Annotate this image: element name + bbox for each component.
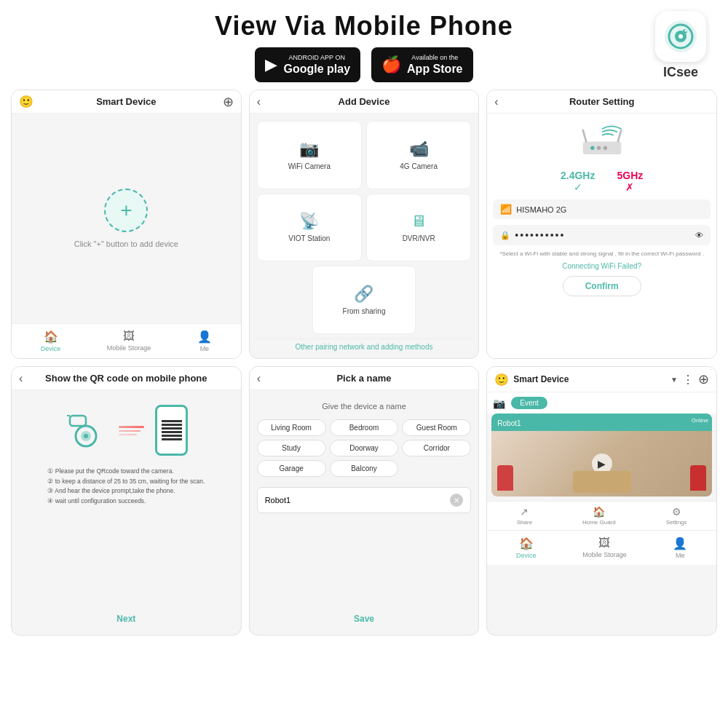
tab-mobile-storage-p6[interactable]: 🖼 Mobile Storage (582, 537, 627, 559)
qr-hint-1: Please put the QRcode toward the camera. (47, 467, 205, 477)
settings-label: Settings (666, 519, 687, 526)
back-icon-p5[interactable]: ‹ (257, 372, 261, 385)
add-device-button[interactable]: + (104, 189, 148, 232)
router-svg (577, 123, 628, 159)
smiley-icon-p6: 🙂 (494, 373, 509, 387)
google-play-text: ANDROID APP ON Google play (283, 54, 350, 76)
qr-illustration (64, 405, 188, 456)
name-guest-room[interactable]: Guest Room (402, 419, 471, 436)
lock-icon: 🔒 (500, 231, 510, 240)
device-type-grid: 📷 WiFi Camera 📹 4G Camera 📡 VIOT Station… (257, 121, 472, 334)
name-corridor[interactable]: Corridor (402, 440, 471, 456)
add-device-icon[interactable]: ⊕ (223, 94, 234, 110)
home-guard-icon: 🏠 (593, 506, 605, 518)
icsee-label: ICsee (655, 65, 706, 80)
panel-pick-name: ‹ Pick a name Give the device a name Liv… (249, 366, 480, 636)
svg-line-10 (582, 130, 585, 142)
icsee-logo: ICsee (655, 11, 706, 80)
panel1-header: 🙂 Smart Device ⊕ (12, 90, 241, 114)
tab-device-p6[interactable]: 🏠 Device (516, 537, 537, 559)
panel2-header: ‹ Add Device (250, 90, 479, 114)
tab-storage-label: Mobile Storage (107, 344, 151, 352)
apple-icon: 🍎 (381, 55, 401, 74)
sharing-label: From sharing (343, 307, 386, 315)
furniture-decoration (573, 471, 631, 493)
confirm-button[interactable]: Confirm (563, 276, 641, 296)
tab-device[interactable]: 🏠 Device (41, 330, 61, 352)
chair-right-decoration (690, 465, 706, 491)
name-doorway[interactable]: Doorway (330, 440, 399, 456)
more-options-icon[interactable]: ⋮ (682, 373, 694, 387)
online-status-badge: Online (688, 416, 712, 424)
device-name-label: Robot1 (497, 419, 521, 427)
svg-point-14 (84, 434, 88, 438)
event-tab-row: 📷 Event (487, 392, 716, 414)
page: View Via Mobile Phone ▶ ANDROID APP ON G… (0, 0, 728, 728)
settings-tab[interactable]: ⚙ Settings (666, 506, 687, 526)
sharing-icon: 🔗 (354, 285, 373, 304)
share-tab[interactable]: ↗ Share (517, 506, 532, 526)
device-dvr-nvr[interactable]: 🖥 DVR/NVR (366, 194, 471, 262)
home-guard-tab[interactable]: 🏠 Home Guard (582, 506, 616, 526)
name-garage[interactable]: Garage (257, 460, 326, 477)
svg-point-8 (597, 146, 601, 150)
qr-hint-2: to keep a distance of 25 to 35 cm, waiti… (47, 477, 205, 487)
add-device-icon-p6[interactable]: ⊕ (698, 371, 709, 387)
password-row: 🔒 •••••••••• 👁 (493, 225, 711, 245)
panel2-title: Add Device (339, 96, 390, 107)
device-4g-camera[interactable]: 📹 4G Camera (366, 121, 471, 189)
other-pairing-link[interactable]: Other pairing network and adding methods (257, 339, 472, 351)
camera-preview[interactable]: ▶ (491, 431, 712, 496)
panel3-body: 2.4GHz ✓ 5GHz ✗ 📶 HISMAHO 2G 🔒 •••••••••… (487, 114, 716, 358)
event-tab[interactable]: Event (511, 397, 547, 409)
google-play-badge[interactable]: ▶ ANDROID APP ON Google play (255, 47, 360, 82)
tab-me[interactable]: 👤 Me (197, 330, 212, 352)
next-button[interactable]: Next (113, 610, 139, 628)
smiley-icon: 🙂 (19, 95, 33, 108)
plus-icon: + (120, 200, 132, 221)
freq-24-label: 2.4GHz (561, 170, 595, 181)
name-living-room[interactable]: Living Room (257, 419, 326, 436)
dvr-icon: 🖥 (411, 212, 427, 231)
svg-point-3 (678, 34, 683, 39)
password-field[interactable]: •••••••••• (515, 229, 691, 241)
panel6-header: 🙂 Smart Device ▼ ⋮ ⊕ (487, 367, 716, 392)
panel3-header: ‹ Router Setting (487, 90, 716, 114)
app-store-badge[interactable]: 🍎 Available on the App Store (371, 47, 472, 82)
device-from-sharing[interactable]: 🔗 From sharing (312, 266, 415, 334)
save-button[interactable]: Save (257, 610, 472, 628)
back-icon[interactable]: ‹ (257, 95, 261, 108)
panel-add-device: ‹ Add Device 📷 WiFi Camera 📹 4G Camera 📡 (249, 90, 480, 359)
wifi-fail-link[interactable]: Connecting WiFi Failed? (562, 262, 641, 270)
me-tab-label-p6: Me (676, 552, 685, 559)
device-viot-station[interactable]: 📡 VIOT Station (257, 194, 362, 262)
panel-smart-device-view: 🙂 Smart Device ▼ ⋮ ⊕ 📷 Event Robot1 Onli… (486, 366, 717, 636)
name-balcony[interactable]: Balcony (330, 460, 399, 477)
qr-code-mini (162, 420, 182, 440)
back-icon-p4[interactable]: ‹ (19, 372, 23, 385)
eye-icon[interactable]: 👁 (695, 231, 703, 240)
storage-icon-p6: 🖼 (598, 537, 610, 550)
panel6-device-footer: ↗ Share 🏠 Home Guard ⚙ Settings (487, 501, 716, 530)
dropdown-arrow-icon[interactable]: ▼ (670, 376, 678, 384)
name-study[interactable]: Study (257, 440, 326, 456)
panel-router-setting: ‹ Router Setting (486, 90, 717, 359)
svg-line-11 (618, 130, 621, 142)
device-icon-p6: 🏠 (519, 537, 534, 550)
tab-mobile-storage[interactable]: 🖼 Mobile Storage (107, 330, 151, 352)
device-name-input[interactable]: Robot1 (265, 496, 290, 505)
back-icon-p3[interactable]: ‹ (494, 95, 498, 108)
clear-name-button[interactable]: ✕ (450, 494, 463, 507)
name-bedroom[interactable]: Bedroom (330, 419, 399, 436)
name-options-grid: Living Room Bedroom Guest Room Study Doo… (257, 419, 472, 477)
give-device-name-label: Give the device a name (257, 402, 472, 411)
4g-camera-icon: 📹 (409, 140, 429, 159)
freq-5ghz: 5GHz ✗ (617, 170, 643, 193)
storage-tab-label-p6: Mobile Storage (582, 551, 627, 558)
me-icon-p6: 👤 (673, 537, 687, 550)
device-wifi-camera[interactable]: 📷 WiFi Camera (257, 121, 362, 189)
dvr-label: DVR/NVR (403, 234, 435, 242)
tab-me-p6[interactable]: 👤 Me (673, 537, 687, 559)
share-icon: ↗ (520, 506, 529, 518)
wifi-name-row: 📶 HISMAHO 2G (493, 199, 711, 219)
